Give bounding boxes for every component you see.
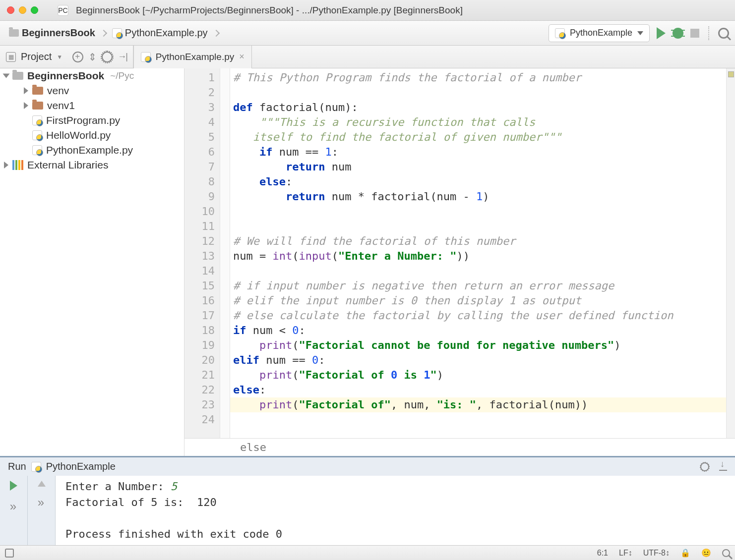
line-number[interactable]: 11 (184, 219, 215, 234)
window-close-button[interactable] (7, 6, 14, 14)
line-separator[interactable]: LF (619, 549, 632, 558)
tree-arrow-icon[interactable] (4, 162, 8, 168)
code-line[interactable]: itself to find the factorial of given nu… (233, 130, 723, 145)
tree-item[interactable]: venv (0, 83, 184, 98)
code-line[interactable]: if num == 1: (233, 145, 723, 160)
run-config-dropdown[interactable]: PythonExample (549, 24, 650, 42)
line-number[interactable]: 10 (184, 204, 215, 219)
gear-icon[interactable] (102, 52, 113, 62)
project-label[interactable]: Project (21, 51, 52, 62)
code-line[interactable]: return num * factorial(num - 1) (233, 189, 723, 204)
code-line[interactable] (233, 219, 723, 234)
code-line[interactable]: print("Factorial cannot be found for neg… (233, 338, 723, 353)
code-line[interactable]: # if input number is negative then retur… (233, 279, 723, 293)
breadcrumb-file[interactable]: PythonExample.py (109, 27, 211, 39)
code-line[interactable] (233, 85, 723, 100)
code-line[interactable]: if num < 0: (233, 323, 723, 338)
search-icon[interactable] (718, 28, 729, 39)
tree-item[interactable]: FirstProgram.py (0, 113, 184, 128)
line-number[interactable]: 19 (184, 338, 215, 353)
line-number[interactable]: 23 (184, 397, 215, 412)
line-number[interactable]: 17 (184, 308, 215, 323)
tree-item[interactable]: BeginnersBook~/Pyc (0, 68, 184, 83)
breadcrumb-project[interactable]: BeginnersBook (6, 27, 98, 39)
line-number[interactable]: 20 (184, 353, 215, 368)
code-line[interactable] (233, 204, 723, 219)
code-line[interactable] (233, 264, 723, 279)
code-line[interactable]: # This Python Program finds the factoria… (233, 70, 723, 85)
run-console[interactable]: Enter a Number: 5 Factorial of 5 is: 120… (56, 476, 735, 545)
window-maximize-button[interactable] (31, 6, 38, 14)
line-number[interactable]: 6 (184, 145, 215, 160)
code-crumb-bar[interactable]: else (184, 438, 735, 456)
scroll-from-source-icon[interactable] (72, 52, 83, 62)
tree-item[interactable]: External Libraries (0, 158, 184, 172)
tool-window-quick-access-icon[interactable] (5, 549, 14, 558)
code-line[interactable]: else: (233, 174, 723, 189)
code-line[interactable]: # else calculate the factorial by callin… (233, 308, 723, 323)
code-crumb-label: else (240, 441, 266, 453)
line-number[interactable]: 4 (184, 115, 215, 130)
run-button[interactable] (657, 27, 666, 39)
line-number-gutter[interactable]: 123456789101112131415161718192021222324 (184, 68, 220, 438)
tree-arrow-icon[interactable] (24, 87, 28, 94)
line-number[interactable]: 13 (184, 249, 215, 264)
line-number[interactable]: 21 (184, 368, 215, 383)
line-number[interactable]: 22 (184, 383, 215, 397)
gutter-fold-marks[interactable] (220, 68, 230, 438)
code-line[interactable]: print("Factorial of", num, "is: ", facto… (233, 397, 723, 412)
line-number[interactable]: 5 (184, 130, 215, 145)
scroll-up-icon[interactable] (38, 481, 46, 487)
download-icon[interactable] (719, 463, 727, 471)
toolstrip: ▦ Project ▼ ⇕ →| PythonExample.py × (0, 46, 735, 68)
rerun-button[interactable] (10, 481, 17, 491)
debug-button[interactable] (673, 28, 683, 39)
tree-arrow-icon[interactable] (3, 74, 10, 78)
line-number[interactable]: 7 (184, 160, 215, 174)
code-line[interactable]: # We will find the factorial of this num… (233, 234, 723, 249)
gear-icon[interactable] (700, 462, 709, 471)
code-editor[interactable]: 123456789101112131415161718192021222324 … (184, 68, 735, 456)
hide-panel-icon[interactable]: →| (118, 52, 127, 62)
line-number[interactable]: 2 (184, 85, 215, 100)
more-actions-icon[interactable]: » (10, 500, 17, 513)
tree-item[interactable]: PythonExample.py (0, 143, 184, 158)
run-header: Run PythonExample (0, 457, 735, 476)
line-number[interactable]: 9 (184, 189, 215, 204)
file-encoding[interactable]: UTF-8 (643, 549, 670, 558)
collapse-all-icon[interactable]: ⇕ (88, 51, 97, 63)
line-number[interactable]: 1 (184, 70, 215, 85)
code-line[interactable]: elif num == 0: (233, 353, 723, 368)
lock-icon[interactable]: 🔒 (680, 548, 690, 558)
editor-marker-bar[interactable] (726, 68, 735, 438)
editor-tab[interactable]: PythonExample.py × (133, 46, 252, 68)
line-number[interactable]: 18 (184, 323, 215, 338)
code-line[interactable]: return num (233, 160, 723, 174)
line-number[interactable]: 24 (184, 412, 215, 427)
line-number[interactable]: 3 (184, 100, 215, 115)
code-line[interactable]: else: (233, 383, 723, 397)
code-line[interactable]: # elif the input number is 0 then displa… (233, 293, 723, 308)
project-tree[interactable]: BeginnersBook~/Pycvenvvenv1FirstProgram.… (0, 68, 184, 456)
cursor-position[interactable]: 6:1 (597, 549, 608, 558)
line-number[interactable]: 12 (184, 234, 215, 249)
code-line[interactable]: """This is a recursive function that cal… (233, 115, 723, 130)
more-actions-icon[interactable]: » (38, 496, 45, 509)
line-number[interactable]: 16 (184, 293, 215, 308)
inspection-icon[interactable]: 😐 (701, 548, 711, 558)
code-line[interactable]: print("Factorial of 0 is 1") (233, 368, 723, 383)
code-area[interactable]: # This Python Program finds the factoria… (230, 68, 726, 438)
close-tab-icon[interactable]: × (239, 52, 245, 62)
stop-button[interactable] (690, 29, 699, 38)
search-icon[interactable] (722, 549, 730, 557)
line-number[interactable]: 8 (184, 174, 215, 189)
line-number[interactable]: 15 (184, 279, 215, 293)
code-line[interactable] (233, 412, 723, 427)
tree-item[interactable]: HelloWorld.py (0, 128, 184, 143)
line-number[interactable]: 14 (184, 264, 215, 279)
tree-item[interactable]: venv1 (0, 98, 184, 113)
tree-arrow-icon[interactable] (24, 102, 28, 109)
code-line[interactable]: num = int(input("Enter a Number: ")) (233, 249, 723, 264)
window-minimize-button[interactable] (19, 6, 26, 14)
code-line[interactable]: def factorial(num): (233, 100, 723, 115)
